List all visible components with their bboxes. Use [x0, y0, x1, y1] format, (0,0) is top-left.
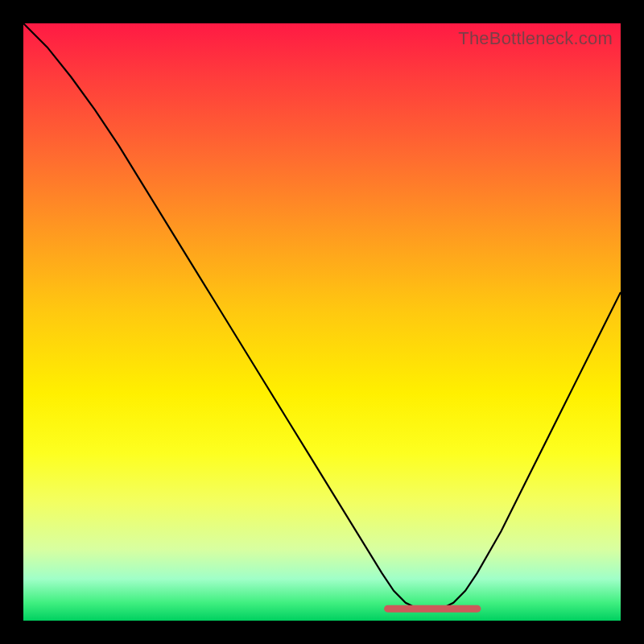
plot-area: TheBottleneck.com — [23, 23, 621, 621]
chart-outer-frame: TheBottleneck.com — [0, 0, 644, 644]
curve-layer — [23, 23, 621, 621]
bottleneck-curve — [23, 23, 621, 609]
